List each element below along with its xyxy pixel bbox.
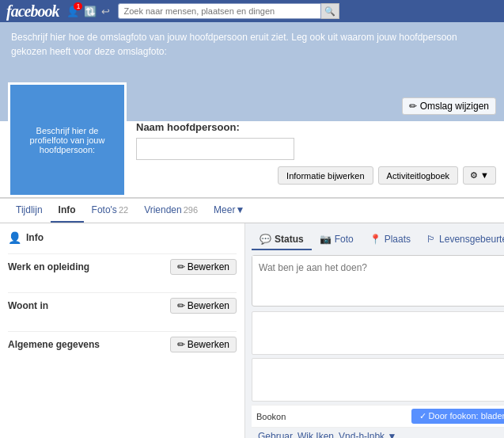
tab-info-label: Info: [59, 204, 76, 215]
pencil-icon-woont: ✏: [177, 300, 185, 311]
werk-bewerken-label: Bewerken: [188, 261, 229, 272]
tab-vrienden-count: 296: [184, 205, 198, 215]
plaats-icon: 📍: [369, 234, 381, 245]
algemene-bewerken-label: Bewerken: [188, 339, 229, 350]
post-tab-foto-label: Foto: [335, 234, 354, 245]
facebook-logo: facebook: [6, 2, 59, 21]
omslag-btn-label: Omslag wijzigen: [420, 101, 489, 112]
tab-fotos[interactable]: Foto's 22: [84, 199, 137, 223]
nav-tabs: Tijdlijn Info Foto's 22 Vrienden 296 Mee…: [0, 198, 504, 223]
werk-opleiding-header: Werk en opleiding ✏ Bewerken: [8, 253, 237, 280]
post-area-block-1: [252, 311, 504, 355]
back-icon[interactable]: ↩: [101, 6, 110, 17]
post-submit-button[interactable]: ✓ Door fookon: bladeren: [411, 409, 504, 424]
post-footer: Bookon ✓ Door fookon: bladeren: [252, 405, 504, 427]
woont-bewerken-button[interactable]: ✏ Bewerken: [170, 298, 237, 314]
profile-photo-description: Beschrijf hier de profielfoto van jouw h…: [10, 120, 124, 161]
werk-opleiding-section: Werk en opleiding ✏ Bewerken: [8, 253, 237, 280]
werk-bewerken-button[interactable]: ✏ Bewerken: [170, 259, 237, 275]
person-icon: 👤: [8, 231, 21, 244]
algemene-gegevens-title: Algemene gegevens: [8, 339, 100, 350]
status-icon: 💬: [260, 234, 271, 245]
info-title: Info: [26, 232, 44, 243]
woont-bewerken-label: Bewerken: [188, 300, 229, 311]
woont-in-header: Woont in ✏ Bewerken: [8, 292, 237, 318]
header: facebook 👤1 🔃 ↩ 🔍: [0, 0, 504, 22]
friends-notification-icon[interactable]: 👤1: [66, 6, 79, 17]
tab-vrienden-label: Vrienden: [144, 204, 182, 215]
omslag-wijzigen-button[interactable]: ✏ Omslag wijzigen: [402, 97, 496, 115]
cover-description-text: Beschrijf hier hoe de omslagfoto van jou…: [0, 22, 504, 67]
post-box: [252, 255, 504, 307]
search-bar: 🔍: [118, 3, 339, 19]
tab-tijdlijn[interactable]: Tijdlijn: [8, 199, 51, 223]
levens-icon: 🏳: [426, 234, 436, 245]
post-tab-plaats[interactable]: 📍 Plaats: [362, 230, 419, 250]
werk-opleiding-title: Werk en opleiding: [8, 261, 89, 272]
post-input[interactable]: [252, 256, 504, 303]
pencil-icon-werk: ✏: [177, 261, 185, 272]
profile-photo: Beschrijf hier de profielfoto van jouw h…: [8, 82, 127, 197]
search-button[interactable]: 🔍: [321, 3, 339, 19]
pencil-icon: ✏: [409, 101, 417, 112]
main-content: 👤 Info Werk en opleiding ✏ Bewerken Woon…: [0, 223, 504, 438]
foto-icon: 📷: [320, 234, 332, 245]
tab-meer-arrow: ▼: [235, 204, 244, 215]
tab-meer[interactable]: Meer ▼: [206, 199, 252, 223]
post-area-block-2: [252, 358, 504, 402]
settings-gear-button[interactable]: ⚙ ▼: [463, 166, 496, 185]
informatie-bijwerken-button[interactable]: Informatie bijwerken: [278, 166, 373, 185]
woont-in-section: Woont in ✏ Bewerken: [8, 292, 237, 318]
post-tab-foto[interactable]: 📷 Foto: [312, 230, 362, 250]
footer-links: Gebruar Wik Iken Vnd-h-lnbk ▼: [252, 427, 504, 438]
activiteitlogboek-button[interactable]: Activiteitlogboek: [378, 166, 459, 185]
algemene-bewerken-button[interactable]: ✏ Bewerken: [170, 337, 237, 352]
footer-link-wiki[interactable]: Wik Iken: [297, 431, 334, 438]
post-tab-plaats-label: Plaats: [385, 234, 411, 245]
naam-input[interactable]: [136, 138, 294, 160]
post-footer-label: Bookon: [256, 412, 286, 421]
footer-link-vnd[interactable]: Vnd-h-lnbk ▼: [339, 431, 396, 438]
naam-label: Naam hoofdpersoon:: [136, 121, 496, 133]
tab-info[interactable]: Info: [51, 199, 84, 223]
algemene-gegevens-header: Algemene gegevens ✏ Bewerken: [8, 331, 237, 357]
right-panel: 💬 Status 📷 Foto 📍 Plaats 🏳 Levensgebeurt…: [245, 223, 504, 438]
post-tab-levens-label: Levensgebeurtenis: [439, 234, 504, 245]
search-input[interactable]: [118, 3, 321, 19]
notification-badge: 1: [74, 2, 82, 10]
woont-in-title: Woont in: [8, 300, 48, 311]
pencil-icon-algemene: ✏: [177, 339, 185, 350]
tab-fotos-count: 22: [119, 205, 128, 215]
tab-vrienden[interactable]: Vrienden 296: [136, 199, 206, 223]
tab-meer-label: Meer: [214, 204, 235, 215]
profile-right-section: Naam hoofdpersoon: Informatie bijwerken …: [127, 121, 496, 197]
tab-fotos-label: Foto's: [92, 204, 117, 215]
post-tabs: 💬 Status 📷 Foto 📍 Plaats 🏳 Levensgebeurt…: [252, 230, 504, 250]
post-tab-status-label: Status: [275, 234, 304, 245]
left-panel: 👤 Info Werk en opleiding ✏ Bewerken Woon…: [0, 223, 245, 438]
profile-area: Beschrijf hier de profielfoto van jouw h…: [0, 121, 504, 198]
footer-link-gebruar[interactable]: Gebruar: [258, 431, 293, 438]
profile-buttons: Informatie bijwerken Activiteitlogboek ⚙…: [136, 166, 496, 185]
refresh-icon[interactable]: 🔃: [84, 6, 97, 17]
algemene-gegevens-section: Algemene gegevens ✏ Bewerken: [8, 331, 237, 357]
tab-tijdlijn-label: Tijdlijn: [16, 204, 43, 215]
info-section-header: 👤 Info: [8, 231, 237, 244]
post-tab-levens[interactable]: 🏳 Levensgebeurtenis: [419, 230, 504, 250]
post-tab-status[interactable]: 💬 Status: [252, 230, 312, 250]
